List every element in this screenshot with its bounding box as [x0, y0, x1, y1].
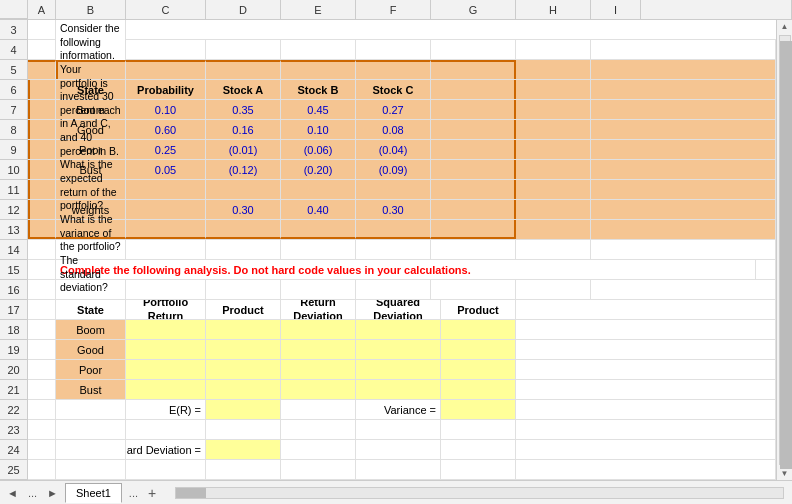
- cell-a18[interactable]: [28, 320, 56, 339]
- cell-a9[interactable]: [28, 140, 56, 159]
- cell-d25[interactable]: [206, 460, 281, 479]
- er-value[interactable]: [206, 400, 281, 419]
- analysis-poor-pr[interactable]: [126, 360, 206, 379]
- scroll-up-arrow[interactable]: ▲: [779, 20, 791, 33]
- cell-e5[interactable]: [281, 60, 356, 79]
- cell-e24[interactable]: [281, 440, 356, 459]
- vertical-scrollbar[interactable]: ▲ ▼: [776, 20, 792, 480]
- cell-g10[interactable]: [431, 160, 516, 179]
- cell-a13[interactable]: [28, 220, 56, 239]
- analysis-bust-rd[interactable]: [281, 380, 356, 399]
- cell-a20[interactable]: [28, 360, 56, 379]
- cell-g9[interactable]: [431, 140, 516, 159]
- cell-b25[interactable]: [56, 460, 126, 479]
- analysis-boom-prod[interactable]: [206, 320, 281, 339]
- analysis-poor-prod[interactable]: [206, 360, 281, 379]
- analysis-bust-pr[interactable]: [126, 380, 206, 399]
- cell-a22[interactable]: [28, 400, 56, 419]
- cell-d5[interactable]: [206, 60, 281, 79]
- analysis-good-prod[interactable]: [206, 340, 281, 359]
- cell-g12[interactable]: [431, 200, 516, 219]
- cell-a5[interactable]: [28, 60, 56, 79]
- tab-nav-prev[interactable]: ◄: [4, 487, 21, 499]
- tab-ellipsis-left[interactable]: ...: [25, 487, 40, 499]
- cell-c23[interactable]: [126, 420, 206, 439]
- cell-h6[interactable]: [516, 80, 591, 99]
- cell-c4[interactable]: [126, 40, 206, 59]
- cell-e13[interactable]: [281, 220, 356, 239]
- cell-h9[interactable]: [516, 140, 591, 159]
- analysis-bust-prod2[interactable]: [441, 380, 516, 399]
- cell-b23[interactable]: [56, 420, 126, 439]
- cell-rest22[interactable]: [516, 400, 776, 419]
- cell-b22[interactable]: [56, 400, 126, 419]
- cell-g25[interactable]: [441, 460, 516, 479]
- cell-a12[interactable]: [28, 200, 56, 219]
- cell-rest18[interactable]: [516, 320, 776, 339]
- cell-rest14[interactable]: [591, 240, 776, 259]
- tab-sheet1[interactable]: Sheet1: [65, 483, 122, 503]
- cell-e14[interactable]: [281, 240, 356, 259]
- cell-h13[interactable]: [516, 220, 591, 239]
- cell-h16[interactable]: [516, 280, 591, 299]
- cell-e23[interactable]: [281, 420, 356, 439]
- cell-g23[interactable]: [441, 420, 516, 439]
- cell-rest11[interactable]: [591, 180, 776, 199]
- cell-g4[interactable]: [431, 40, 516, 59]
- scrollbar-thumb[interactable]: [780, 41, 793, 469]
- cell-g6[interactable]: [431, 80, 516, 99]
- cell-g16[interactable]: [431, 280, 516, 299]
- cell-h10[interactable]: [516, 160, 591, 179]
- horizontal-scrollbar[interactable]: [175, 487, 784, 499]
- cell-b24[interactable]: [56, 440, 126, 459]
- cell-a25[interactable]: [28, 460, 56, 479]
- analysis-poor-sd[interactable]: [356, 360, 441, 379]
- analysis-good-prod2[interactable]: [441, 340, 516, 359]
- cell-rest8[interactable]: [591, 120, 776, 139]
- cell-d11[interactable]: [206, 180, 281, 199]
- tab-ellipsis-right[interactable]: ...: [126, 487, 141, 499]
- cell-rest25[interactable]: [516, 460, 776, 479]
- cell-f14[interactable]: [356, 240, 431, 259]
- cell-c5[interactable]: [126, 60, 206, 79]
- cell-rest9[interactable]: [591, 140, 776, 159]
- cell-e16[interactable]: [281, 280, 356, 299]
- analysis-poor-prod2[interactable]: [441, 360, 516, 379]
- cell-rest7[interactable]: [591, 100, 776, 119]
- cell-c12[interactable]: [126, 200, 206, 219]
- analysis-good-sd[interactable]: [356, 340, 441, 359]
- cell-a16[interactable]: [28, 280, 56, 299]
- cell-rest5[interactable]: [591, 60, 776, 79]
- cell-d13[interactable]: [206, 220, 281, 239]
- cell-e22[interactable]: [281, 400, 356, 419]
- cell-g8[interactable]: [431, 120, 516, 139]
- cell-a11[interactable]: [28, 180, 56, 199]
- cell-e4[interactable]: [281, 40, 356, 59]
- cell-f24[interactable]: [356, 440, 441, 459]
- cell-a24[interactable]: [28, 440, 56, 459]
- analysis-good-rd[interactable]: [281, 340, 356, 359]
- h-scrollbar-thumb[interactable]: [176, 488, 206, 498]
- cell-h7[interactable]: [516, 100, 591, 119]
- cell-rest4[interactable]: [591, 40, 776, 59]
- analysis-boom-sd[interactable]: [356, 320, 441, 339]
- analysis-bust-sd[interactable]: [356, 380, 441, 399]
- cell-rest13[interactable]: [591, 220, 776, 239]
- cell-f11[interactable]: [356, 180, 431, 199]
- cell-h8[interactable]: [516, 120, 591, 139]
- cell-f4[interactable]: [356, 40, 431, 59]
- cell-c25[interactable]: [126, 460, 206, 479]
- cell-h11[interactable]: [516, 180, 591, 199]
- std-dev-value[interactable]: [206, 440, 281, 459]
- cell-c13[interactable]: [126, 220, 206, 239]
- cell-f23[interactable]: [356, 420, 441, 439]
- cell-d14[interactable]: [206, 240, 281, 259]
- cell-rest23[interactable]: [516, 420, 776, 439]
- cell-rest12[interactable]: [591, 200, 776, 219]
- cell-c16[interactable]: [126, 280, 206, 299]
- cell-c14[interactable]: [126, 240, 206, 259]
- cell-e11[interactable]: [281, 180, 356, 199]
- cell-c11[interactable]: [126, 180, 206, 199]
- cell-f13[interactable]: [356, 220, 431, 239]
- cell-rest17[interactable]: [516, 300, 776, 319]
